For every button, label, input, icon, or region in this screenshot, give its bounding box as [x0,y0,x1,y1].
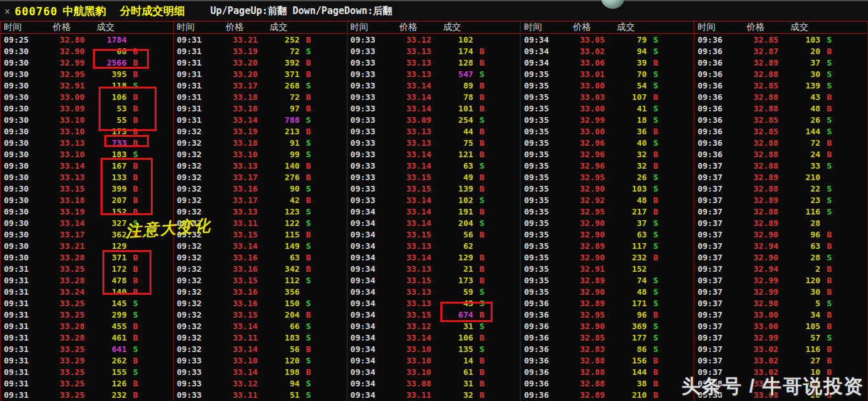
trade-row: 09:3333.14101B [347,102,521,114]
trade-side-flag: S [300,379,347,388]
trade-price: 32.88 [732,161,778,171]
trade-time: 09:34 [347,333,386,342]
trade-time: 09:32 [174,127,212,136]
trade-price: 33.14 [39,218,85,228]
trade-side-flag: S [647,333,694,342]
trade-time: 09:37 [694,241,732,251]
trade-row: 09:3732.9463B [694,241,867,252]
trade-volume: 31 [431,321,473,331]
trade-volume: 788 [258,115,300,125]
trade-side-flag: S [820,69,867,79]
trade-time: 09:32 [174,241,212,251]
trade-volume: 276 [258,172,300,182]
trade-volume: 63 [778,241,820,251]
trade-volume: 72 [258,46,300,56]
trade-volume: 70 [605,69,647,79]
col-volume-label: 成交 [85,22,127,33]
close-icon[interactable]: × [4,6,10,17]
trade-volume: 105 [778,321,820,331]
trade-row: 09:3333.14121B [347,148,521,160]
trade-volume: 152 [605,264,647,274]
trade-side-flag: S [300,390,347,400]
trade-side-flag: B [647,58,694,67]
trade-row: 09:3333.14102S [347,194,521,206]
trade-price: 32.90 [559,321,605,331]
trade-time: 09:36 [521,299,559,308]
trade-volume: 28 [778,218,820,228]
trade-side-flag: S [300,241,347,251]
trade-side-flag: B [820,356,867,365]
trade-side-flag: S [300,321,347,331]
trade-row: 09:3133.28478B [1,275,173,286]
trade-volume: 41 [605,104,647,113]
trade-panel-1: 时间价格成交09:2532.80178409:3032.9068B09:3032… [0,22,174,401]
trade-time: 09:35 [521,69,559,79]
trade-time: 09:32 [174,230,212,239]
trade-side-flag: S [127,150,173,159]
trade-time: 09:34 [347,321,386,331]
trade-time: 09:36 [694,58,732,67]
trade-time: 09:37 [694,195,732,205]
trade-price: 32.88 [559,367,605,377]
trade-row: 09:3833.0820B [694,390,867,401]
trade-time: 09:31 [174,58,212,67]
trade-side-flag: B [647,127,694,136]
trade-rows[interactable]: 09:3133.21252B09:3133.1972S09:3133.20392… [174,34,347,401]
trade-row: 09:3632.88144B [521,367,694,378]
trade-volume: 254 [431,115,473,125]
paging-hint: Up/PageUp:前翻 Down/PageDown:后翻 [210,5,392,17]
trade-time: 09:36 [694,69,732,79]
col-time-label: 时间 [1,22,39,33]
trade-volume: 86 [605,344,647,354]
trade-side-flag: S [127,299,173,308]
trade-side-flag: S [820,127,867,136]
trade-time: 09:31 [1,264,39,274]
col-volume-label: 成交 [778,22,820,33]
trade-row: 09:3632.8838B [521,378,694,390]
trade-volume: 42 [258,195,300,205]
trade-rows[interactable]: 09:3632.85103S09:3632.8720B09:3632.8937S… [694,34,867,401]
trade-volume: 32 [431,390,473,400]
trade-side-flag: S [647,321,694,331]
trade-price: 33.29 [39,356,85,365]
trade-price: 33.16 [212,264,258,274]
trade-side-flag: S [820,81,867,90]
trade-price: 33.14 [386,104,431,113]
trade-row: 09:3433.1556B [347,229,521,241]
trade-side-flag: S [127,81,173,90]
trade-volume: 116 [778,344,820,354]
trade-side-flag: B [127,253,173,262]
trade-volume: 112 [258,276,300,285]
trade-row: 09:3732.8923S [694,194,867,206]
trade-row: 09:3333.1489B [347,80,521,91]
trade-row: 09:3632.89210B [521,390,694,401]
trade-time: 09:35 [521,161,559,171]
tick-trade-table[interactable]: 时间价格成交09:2532.80178409:3032.9068B09:3032… [0,21,868,401]
trade-side-flag: B [473,264,521,274]
trade-price: 32.89 [732,172,778,182]
trade-row: 09:3532.90103S [521,183,694,194]
trade-row: 09:3233.1742B [174,194,347,206]
trade-time: 09:33 [347,172,386,182]
trade-row: 09:3632.9596B [521,309,694,321]
trade-price: 32.88 [732,104,778,113]
trade-rows[interactable]: 09:3433.0579S09:3433.0294S09:3433.0639B0… [521,34,694,401]
trade-side-flag: S [647,230,694,239]
trade-rows[interactable]: 09:2532.80178409:3032.9068B09:3032.99256… [1,34,173,401]
trade-row: 09:3033.13133B [1,171,173,183]
trade-price: 33.25 [39,367,85,377]
trade-time: 09:35 [521,287,559,297]
trade-price: 33.14 [212,367,258,377]
trade-rows[interactable]: 09:3333.1210209:3333.13174B09:3333.13128… [347,34,521,401]
trade-time: 09:31 [174,115,212,125]
trade-panel-5: 时间价格成交09:3632.85103S09:3632.8720B09:3632… [694,22,868,401]
trade-price: 32.90 [559,253,605,262]
trade-volume: 120 [778,276,820,285]
trade-side-flag: B [473,184,521,193]
trade-row: 09:3733.0227B [694,355,867,367]
trade-row: 09:3033.00106B [1,91,173,102]
trade-time: 09:37 [694,184,732,193]
trade-volume: 44 [431,127,473,136]
trade-price: 33.11 [212,390,258,400]
trade-time: 09:35 [521,264,559,274]
